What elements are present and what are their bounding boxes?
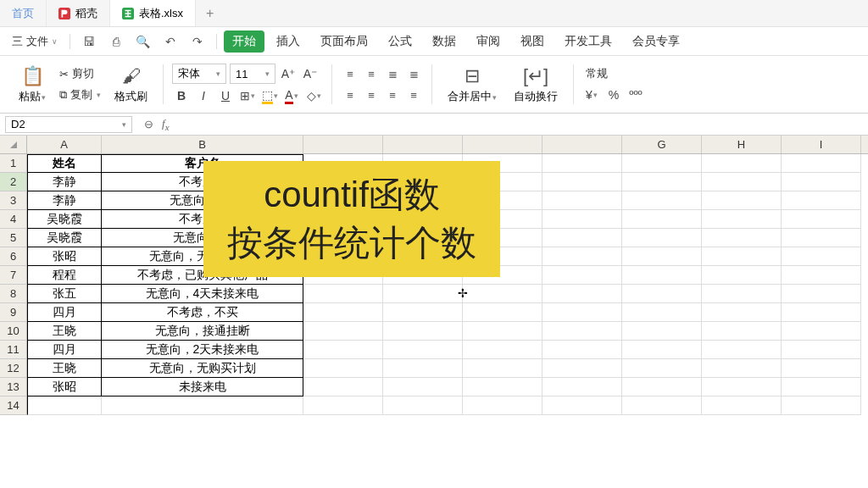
cell[interactable] [702,210,782,229]
fill-color-button[interactable]: ⬚▾ [260,86,279,105]
cell[interactable] [702,229,782,247]
cell[interactable] [383,303,463,322]
cell[interactable] [782,378,861,396]
cell[interactable] [702,322,782,341]
cell[interactable] [622,303,702,322]
cell[interactable] [542,247,622,266]
cell[interactable] [622,322,702,341]
cell[interactable] [542,359,622,378]
cell[interactable] [383,341,463,359]
menu-formula[interactable]: 公式 [380,30,420,53]
percent-button[interactable]: % [604,86,623,104]
cell[interactable] [542,191,622,210]
comma-button[interactable]: ººº [626,86,645,104]
font-size-select[interactable]: 11▾ [230,64,275,84]
cell[interactable] [622,341,702,359]
indent-increase-button[interactable]: ≣ [404,64,423,83]
row-header[interactable]: 4 [0,210,27,229]
cell[interactable] [782,229,861,247]
cell[interactable]: 姓名 [27,154,102,173]
align-middle-button[interactable]: ≡ [362,64,381,83]
cell[interactable] [542,322,622,341]
paste-button[interactable]: 📋 粘贴▾ [12,64,53,106]
cell[interactable] [702,285,782,303]
cell[interactable] [463,341,542,359]
cell[interactable] [542,303,622,322]
row-header[interactable]: 14 [0,396,27,415]
indent-decrease-button[interactable]: ≣ [383,64,402,83]
cell[interactable] [782,359,861,378]
cell[interactable] [702,154,782,173]
row-header[interactable]: 3 [0,191,27,210]
cell[interactable] [622,266,702,285]
cell[interactable] [622,247,702,266]
cell[interactable]: 张昭 [27,247,102,266]
col-header-a[interactable]: A [27,136,102,153]
cell[interactable] [782,396,861,415]
cell[interactable]: 李静 [27,191,102,210]
cell[interactable] [702,247,782,266]
cell[interactable]: 无意向，2天未接来电 [102,341,303,359]
qat-save[interactable]: 🖫 [77,32,101,51]
cell[interactable] [782,191,861,210]
col-header[interactable] [542,136,622,153]
cell[interactable]: 李静 [27,173,102,191]
cell[interactable] [303,341,383,359]
menu-start[interactable]: 开始 [224,30,264,53]
col-header[interactable] [463,136,542,153]
cell[interactable] [463,396,542,415]
cell[interactable] [702,266,782,285]
tab-home[interactable]: 首页 [0,0,47,26]
row-header[interactable]: 13 [0,378,27,396]
align-left-button[interactable]: ≡ [341,86,359,104]
cell[interactable] [702,173,782,191]
cell[interactable]: 未接来电 [102,378,303,396]
cell[interactable] [463,322,542,341]
wrap-text-button[interactable]: [↵] 自动换行 [507,64,565,106]
cell[interactable] [542,378,622,396]
cell[interactable] [622,285,702,303]
cell[interactable] [27,396,102,415]
align-right-button[interactable]: ≡ [383,86,402,104]
cell[interactable] [303,396,383,415]
cell[interactable] [782,173,861,191]
italic-button[interactable]: I [194,86,213,105]
row-header[interactable]: 9 [0,303,27,322]
cell[interactable] [383,396,463,415]
col-header-b[interactable]: B [102,136,303,153]
row-header[interactable]: 7 [0,266,27,285]
cell[interactable] [622,191,702,210]
formula-bar[interactable]: ⊖ fx [137,117,175,132]
align-top-button[interactable]: ≡ [341,64,359,83]
col-header[interactable] [383,136,463,153]
menu-devtools[interactable]: 开发工具 [556,30,620,53]
name-box[interactable]: D2 ▾ [5,116,132,133]
cell[interactable] [782,266,861,285]
cell[interactable] [542,285,622,303]
cell[interactable]: 张五 [27,285,102,303]
number-format-select[interactable]: 常规 [582,64,645,83]
menu-member[interactable]: 会员专享 [624,30,688,53]
cell[interactable]: 吴晓霞 [27,210,102,229]
format-painter-button[interactable]: 🖌 格式刷 [108,64,154,106]
cell[interactable] [622,154,702,173]
cell[interactable] [622,173,702,191]
cell[interactable] [542,396,622,415]
cell[interactable] [782,154,861,173]
row-header[interactable]: 12 [0,359,27,378]
cell[interactable] [782,322,861,341]
cell[interactable]: 张昭 [27,378,102,396]
clear-format-button[interactable]: ◇▾ [304,86,323,105]
decrease-font-button[interactable]: A⁻ [301,64,320,83]
cell[interactable] [463,359,542,378]
cell[interactable] [702,359,782,378]
qat-redo[interactable]: ↷ [186,32,209,51]
cell[interactable] [463,378,542,396]
cell[interactable]: 无意向，4天未接来电 [102,285,303,303]
row-header[interactable]: 10 [0,322,27,341]
underline-button[interactable]: U [216,86,235,105]
row-header[interactable]: 1 [0,154,27,173]
row-header[interactable]: 2 [0,173,27,191]
copy-button[interactable]: ⧉复制▾ [56,86,104,104]
merge-center-button[interactable]: ⊟ 合并居中▾ [441,64,504,106]
